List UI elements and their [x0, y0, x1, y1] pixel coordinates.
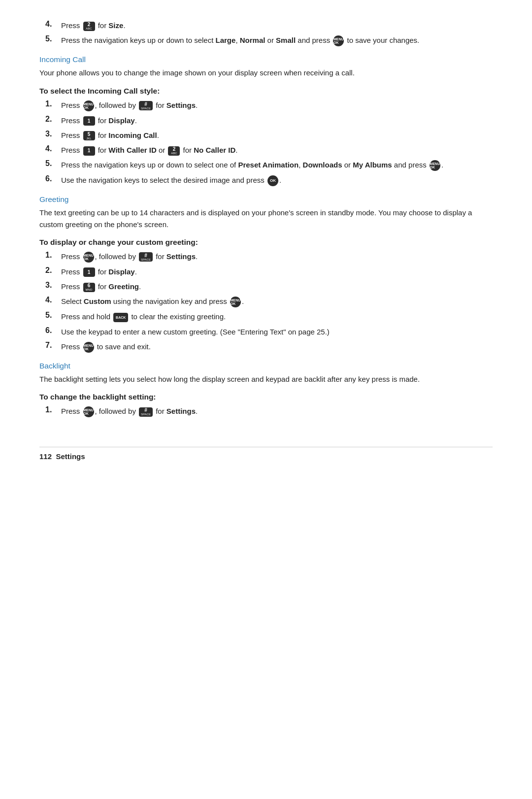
- list-item: 4. Press 2 ABC for Size.: [39, 20, 493, 31]
- key-menu-ok-g7: MENUOK: [83, 342, 94, 353]
- intro-steps: 4. Press 2 ABC for Size. 5. Press the na…: [39, 20, 493, 46]
- key-6-mno: 6 MNO: [83, 283, 95, 292]
- steps-list-greeting: 1. Press MENUOK, followed by # SPACE for…: [39, 251, 493, 353]
- footer-page-number: 112: [39, 452, 52, 461]
- step-number: 4.: [45, 296, 59, 304]
- step-number: 2.: [45, 115, 59, 124]
- step-number: 4.: [45, 144, 59, 153]
- list-item: 1. Press MENUOK, followed by # SPACE for…: [39, 251, 493, 263]
- step-number: 5.: [45, 34, 59, 43]
- step-content: Press 2 ABC for Size.: [61, 20, 493, 31]
- bold-my-albums: My Albums: [353, 161, 392, 169]
- list-item: 4. Select Custom using the navigation ke…: [39, 296, 493, 307]
- subsection-heading-backlight: To change the backlight setting:: [39, 393, 493, 401]
- bold-greeting: Greeting: [108, 282, 139, 291]
- list-item: 5. Press the navigation keys up or down …: [39, 159, 493, 171]
- step-content: Press MENUOK, followed by # SPACE for Se…: [61, 100, 493, 111]
- section-heading-greeting: Greeting: [39, 195, 493, 204]
- list-item: 4. Press 1 for With Caller ID or 2 ABC f…: [39, 144, 493, 156]
- steps-list-backlight: 1. Press MENUOK, followed by # SPACE for…: [39, 405, 493, 417]
- key-hash-space-b: # SPACE: [139, 407, 153, 417]
- bold-display: Display: [108, 116, 134, 125]
- bold-preset-animation: Preset Animation: [238, 161, 299, 169]
- step-content: Use the navigation keys to select the de…: [61, 174, 493, 186]
- key-2-abc-b: 2 ABC: [168, 146, 180, 156]
- list-item: 5. Press the navigation keys up or down …: [39, 34, 493, 46]
- key-1-g: 1: [83, 267, 95, 277]
- step-content: Press and hold BACK to clear the existin…: [61, 311, 493, 322]
- bold-settings-g: Settings: [166, 252, 196, 261]
- step-number: 3.: [45, 130, 59, 138]
- list-item: 6. Use the navigation keys to select the…: [39, 174, 493, 186]
- bold-incoming-call: Incoming Call: [108, 131, 157, 139]
- step-content: Press 1 for With Caller ID or 2 ABC for …: [61, 144, 493, 156]
- step-content: Press 1 for Display.: [61, 266, 493, 277]
- footer-section: Settings: [56, 452, 85, 461]
- section-backlight: Backlight The backlight setting lets you…: [39, 362, 493, 417]
- list-item: 2. Press 1 for Display.: [39, 115, 493, 126]
- bold-normal: Normal: [240, 36, 266, 44]
- step-content: Press the navigation keys up or down to …: [61, 34, 493, 46]
- subsection-heading-greeting: To display or change your custom greetin…: [39, 238, 493, 247]
- section-body-incoming-call: Your phone allows you to change the imag…: [39, 67, 493, 78]
- key-hash-space-g: # SPACE: [139, 252, 153, 262]
- step-content: Press 5 JKL for Incoming Call.: [61, 130, 493, 141]
- list-item: 3. Press 5 JKL for Incoming Call.: [39, 130, 493, 141]
- section-incoming-call: Incoming Call Your phone allows you to c…: [39, 55, 493, 186]
- bold-settings-b: Settings: [166, 407, 196, 415]
- bold-display-g: Display: [108, 267, 134, 276]
- bold-with-caller-id: With Caller ID: [108, 146, 156, 154]
- bold-large: Large: [216, 36, 236, 44]
- step-number: 6.: [45, 326, 59, 335]
- key-2-abc: 2 ABC: [83, 22, 95, 31]
- list-item: 5. Press and hold BACK to clear the exis…: [39, 311, 493, 322]
- step-content: Select Custom using the navigation key a…: [61, 296, 493, 307]
- section-body-greeting: The text greeting can be up to 14 charac…: [39, 207, 493, 230]
- page-footer: 112 Settings: [39, 447, 493, 461]
- subsection-heading-incoming-call: To select the Incoming Call style:: [39, 87, 493, 96]
- key-menu-ok: MENUOK: [333, 35, 344, 46]
- list-item: 2. Press 1 for Display.: [39, 266, 493, 277]
- key-menu-ok-g4: MENUOK: [230, 297, 241, 307]
- list-item: 1. Press MENUOK, followed by # SPACE for…: [39, 100, 493, 111]
- list-item: 3. Press 6 MNO for Greeting.: [39, 281, 493, 292]
- bold-word: Size: [108, 21, 123, 30]
- section-body-backlight: The backlight setting lets you select ho…: [39, 373, 493, 385]
- key-menu: MENUOK: [430, 160, 440, 171]
- step-number: 1.: [45, 405, 59, 414]
- key-1-b: 1: [83, 146, 95, 156]
- step-content: Press MENUOK, followed by # SPACE for Se…: [61, 251, 493, 263]
- step-number: 1.: [45, 100, 59, 108]
- section-greeting: Greeting The text greeting can be up to …: [39, 195, 493, 353]
- bold-downloads: Downloads: [303, 161, 342, 169]
- bold-custom: Custom: [84, 297, 111, 305]
- step-content: Press MENUOK to save and exit.: [61, 341, 493, 353]
- list-item: 6. Use the keypad to enter a new custom …: [39, 326, 493, 337]
- step-content: Use the keypad to enter a new custom gre…: [61, 326, 493, 337]
- section-heading-backlight: Backlight: [39, 362, 493, 370]
- steps-list-incoming-call: 1. Press MENUOK, followed by # SPACE for…: [39, 100, 493, 187]
- bold-no-caller-id: No Caller ID: [194, 146, 235, 154]
- step-content: Press the navigation keys up or down to …: [61, 159, 493, 171]
- key-back: BACK: [113, 313, 128, 322]
- step-number: 2.: [45, 266, 59, 275]
- key-menu-ok-b1: MENUOK: [83, 406, 94, 417]
- step-number: 7.: [45, 341, 59, 350]
- list-item: 1. Press MENUOK, followed by # SPACE for…: [39, 405, 493, 417]
- step-number: 3.: [45, 281, 59, 290]
- key-hash-space: # SPACE: [139, 101, 153, 110]
- step-number: 6.: [45, 174, 59, 183]
- key-menu-ok: MENUOK: [83, 100, 94, 111]
- step-number: 5.: [45, 311, 59, 320]
- step-number: 5.: [45, 159, 59, 168]
- key-5-jkl: 5 JKL: [83, 131, 95, 140]
- key-ok: OK: [267, 175, 278, 186]
- step-content: Press 1 for Display.: [61, 115, 493, 126]
- step-content: Press 6 MNO for Greeting.: [61, 281, 493, 292]
- key-1: 1: [83, 116, 95, 126]
- step-number: 1.: [45, 251, 59, 260]
- list-item: 7. Press MENUOK to save and exit.: [39, 341, 493, 353]
- step-number: 4.: [45, 20, 59, 29]
- key-menu-ok-g1: MENUOK: [83, 252, 94, 263]
- bold-settings: Settings: [166, 101, 196, 109]
